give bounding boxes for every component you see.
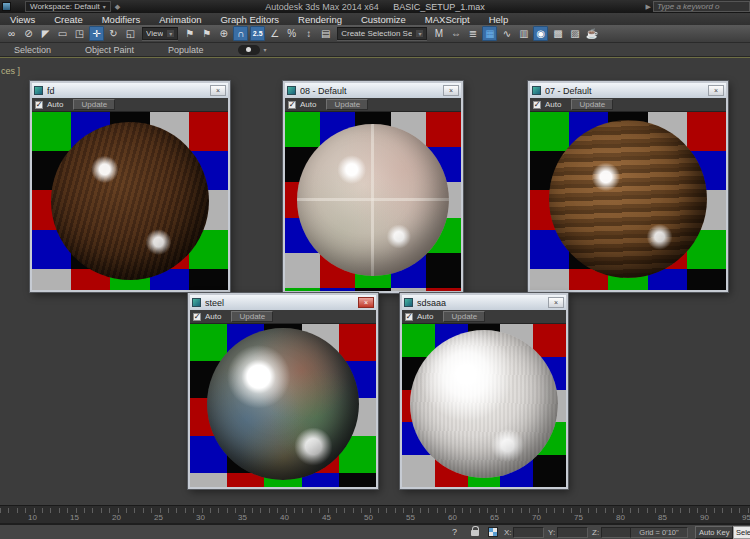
checker-square <box>687 269 726 290</box>
menu-rendering[interactable]: Rendering <box>298 14 342 25</box>
selected-button[interactable]: Selecte <box>733 526 750 539</box>
y-coordinate-field[interactable] <box>557 527 588 538</box>
named-selection-sets-icon[interactable]: ▤ <box>318 26 333 41</box>
menu-customize[interactable]: Customize <box>361 14 406 25</box>
snap-25d-icon[interactable]: 2.5 <box>250 26 265 41</box>
tab-populate[interactable]: Populate <box>168 45 204 55</box>
use-selection-center-icon[interactable]: ⚑ <box>199 26 214 41</box>
material-sphere-steel <box>207 328 359 480</box>
menu-views[interactable]: Views <box>10 14 35 25</box>
update-button[interactable]: Update <box>231 311 273 322</box>
select-and-manipulate-icon[interactable]: ⊕ <box>216 26 231 41</box>
graphite-ribbon-icon[interactable]: ▦ <box>482 26 497 41</box>
align-icon[interactable]: ⇔ <box>448 26 463 41</box>
select-and-link-icon[interactable]: ∞ <box>4 26 19 41</box>
x-label: X: <box>504 528 512 537</box>
close-icon[interactable]: × <box>548 297 564 308</box>
material-sphere-planet <box>549 120 707 278</box>
unlink-selection-icon[interactable]: ⊘ <box>21 26 36 41</box>
selection-set-combo[interactable]: Create Selection Se▾ <box>337 27 427 40</box>
menu-maxscript[interactable]: MAXScript <box>425 14 470 25</box>
render-production-icon[interactable]: ☕ <box>584 26 599 41</box>
menu-animation[interactable]: Animation <box>159 14 201 25</box>
material-editor-icon[interactable]: ◉ <box>533 26 548 41</box>
window-toolbar: ✓ Auto Update <box>402 310 566 324</box>
select-object-icon[interactable]: ◤ <box>38 26 53 41</box>
mirror-icon[interactable]: M <box>431 26 446 41</box>
render-setup-icon[interactable]: ▩ <box>550 26 565 41</box>
reference-coordinate-combo[interactable]: View▾ <box>142 27 178 40</box>
menu-graph-editors[interactable]: Graph Editors <box>220 14 279 25</box>
window-crossing-icon[interactable]: ◳ <box>72 26 87 41</box>
z-label: Z: <box>592 528 599 537</box>
close-icon[interactable]: × <box>443 85 459 96</box>
window-titlebar[interactable]: steel × <box>190 295 376 310</box>
window-titlebar[interactable]: 08 - Default × <box>285 83 461 98</box>
auto-checkbox[interactable]: ✓ <box>405 313 413 321</box>
select-and-scale-icon[interactable]: ◱ <box>123 26 138 41</box>
timeline-frame-label: 55 <box>406 513 415 522</box>
angle-snap-icon[interactable]: ∠ <box>267 26 282 41</box>
auto-checkbox[interactable]: ✓ <box>35 101 43 109</box>
timeline-frame-label: 30 <box>196 513 205 522</box>
title-bar: Workspace: Default ▾ ◆ Autodesk 3ds Max … <box>0 0 750 13</box>
check-icon: ✓ <box>406 314 413 320</box>
timeline-frame-label: 50 <box>364 513 373 522</box>
spinner-snap-icon[interactable]: ↕ <box>301 26 316 41</box>
render-preview <box>402 324 566 487</box>
status-bar: ? X: Y: Z: Grid = 0'10" Auto Key Selecte <box>0 524 750 539</box>
update-button[interactable]: Update <box>326 99 368 110</box>
auto-checkbox[interactable]: ✓ <box>533 101 541 109</box>
search-arrow-icon[interactable]: ▶ <box>646 3 651 11</box>
visibility-eye-icon[interactable] <box>238 45 260 55</box>
auto-checkbox[interactable]: ✓ <box>193 313 201 321</box>
timeline-ruler[interactable]: 101520253035404550556065707580859095 <box>0 505 750 524</box>
check-icon: ✓ <box>289 102 296 108</box>
z-coordinate-field[interactable] <box>601 527 632 538</box>
checker-square <box>32 269 72 290</box>
chevron-down-icon[interactable]: ▾ <box>264 46 267 53</box>
layer-manager-icon[interactable]: ≣ <box>465 26 480 41</box>
update-button[interactable]: Update <box>571 99 613 110</box>
checker-square <box>320 288 356 291</box>
check-icon: ✓ <box>534 102 541 108</box>
close-icon[interactable]: × <box>210 85 226 96</box>
search-input[interactable]: Type a keyword o <box>653 1 750 12</box>
rectangular-selection-icon[interactable]: ▭ <box>55 26 70 41</box>
auto-label: Auto <box>545 100 561 109</box>
close-icon[interactable]: × <box>708 85 724 96</box>
x-coordinate-field[interactable] <box>513 527 544 538</box>
update-button[interactable]: Update <box>73 99 115 110</box>
auto-checkbox[interactable]: ✓ <box>288 101 296 109</box>
percent-snap-icon[interactable]: % <box>284 26 299 41</box>
timeline-frame-label: 10 <box>28 513 37 522</box>
close-icon[interactable]: × <box>358 297 374 308</box>
menu-help[interactable]: Help <box>489 14 509 25</box>
schematic-view-icon[interactable]: ▥ <box>516 26 531 41</box>
auto-key-button[interactable]: Auto Key <box>695 526 733 539</box>
tab-object-paint[interactable]: Object Paint <box>85 45 134 55</box>
select-and-move-icon[interactable]: ✛ <box>89 26 104 41</box>
main-toolbar: ∞⊘◤▭◳✛↻◱View▾⚑⚑⊕∩2.5∠%↕▤Create Selection… <box>0 25 750 43</box>
window-titlebar[interactable]: 07 - Default × <box>530 83 726 98</box>
rendered-frame-window-icon[interactable]: ▨ <box>567 26 582 41</box>
selection-lock-icon[interactable] <box>471 530 479 536</box>
checker-square <box>533 324 566 357</box>
checker-square <box>32 112 72 152</box>
tab-selection[interactable]: Selection <box>14 45 51 55</box>
curve-editor-icon[interactable]: ∿ <box>499 26 514 41</box>
viewport-canvas[interactable]: ces ] fd × ✓ Auto Update 08 - Default <box>0 57 750 505</box>
window-titlebar[interactable]: sdsaaa × <box>402 295 566 310</box>
checker-square <box>533 455 566 487</box>
selection-set-combo-label: Create Selection Se <box>341 29 412 38</box>
update-button[interactable]: Update <box>443 311 485 322</box>
select-and-rotate-icon[interactable]: ↻ <box>106 26 121 41</box>
menu-create[interactable]: Create <box>54 14 83 25</box>
use-pivot-point-icon[interactable]: ⚑ <box>182 26 197 41</box>
window-titlebar[interactable]: fd × <box>32 83 228 98</box>
snap-toggle-icon[interactable]: ∩ <box>233 26 248 41</box>
absolute-mode-icon[interactable] <box>488 527 498 537</box>
material-window-icon <box>532 86 541 95</box>
window-title: steel <box>205 298 354 308</box>
menu-modifiers[interactable]: Modifiers <box>102 14 141 25</box>
